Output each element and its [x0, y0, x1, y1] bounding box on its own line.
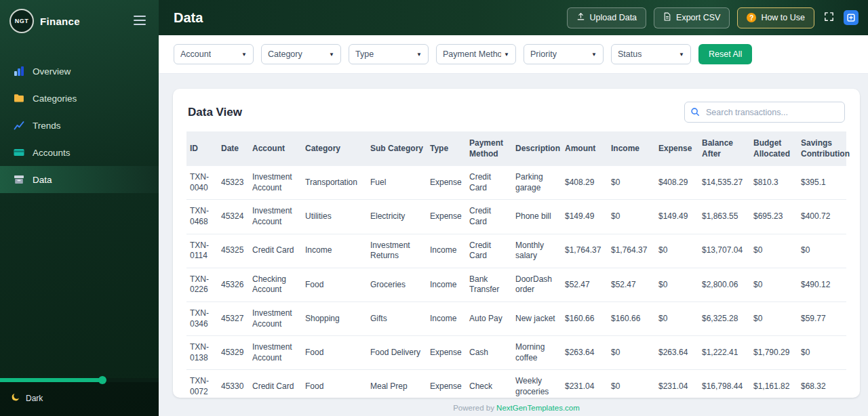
- menu-toggle-button[interactable]: [130, 12, 149, 30]
- export-csv-label: Export CSV: [676, 13, 720, 22]
- table-cell: Expense: [427, 200, 466, 234]
- table-cell: $52.47: [561, 268, 608, 301]
- table-row[interactable]: TXN-011445325Credit CardIncomeInvestment…: [186, 234, 846, 268]
- table-cell: Food: [302, 268, 367, 301]
- credit-card-icon: [14, 147, 24, 158]
- table-row[interactable]: TXN-013845329Investment AccountFoodFood …: [186, 336, 846, 370]
- search-icon: [690, 107, 700, 117]
- question-mark-icon: ?: [747, 13, 756, 22]
- filter-dropdown-label: Account: [180, 49, 211, 59]
- sidebar-item-label: Data: [33, 175, 52, 185]
- reset-all-button[interactable]: Reset All: [698, 44, 752, 64]
- table-row[interactable]: TXN-007245330Credit CardFoodMeal PrepExp…: [186, 370, 846, 398]
- sidebar-item-label: Trends: [33, 121, 61, 131]
- sidebar-item-label: Categories: [33, 93, 77, 104]
- card-header: Data View: [186, 89, 846, 131]
- hamburger-icon: [133, 15, 146, 28]
- sidebar: NGT Finance Overview Categories: [0, 0, 159, 416]
- footer-link[interactable]: NextGenTemplates.com: [496, 404, 580, 412]
- table-cell: Investment Account: [249, 336, 302, 370]
- filter-dropdown-status[interactable]: Status▼: [611, 44, 691, 64]
- sidebar-progress-fill: [0, 378, 102, 382]
- table-cell: TXN-0226: [186, 268, 218, 301]
- table-row[interactable]: TXN-034645327Investment AccountShoppingG…: [186, 301, 846, 335]
- table-cell: $52.47: [608, 268, 655, 301]
- theme-toggle-button[interactable]: Dark: [0, 382, 159, 416]
- column-header: Category: [302, 131, 367, 166]
- header-actions: Upload Data Export CSV ? How to Use: [567, 7, 859, 28]
- filter-dropdown-priority[interactable]: Priority▼: [524, 44, 604, 64]
- table-cell: Check: [466, 370, 512, 398]
- table-cell: $1,222.41: [698, 336, 750, 370]
- theme-toggle-label: Dark: [26, 394, 43, 403]
- sidebar-item-data[interactable]: Data: [0, 166, 159, 193]
- column-header: Description: [512, 131, 561, 166]
- table-cell: Income: [427, 268, 466, 301]
- sidebar-item-categories[interactable]: Categories: [0, 85, 159, 112]
- table-row[interactable]: TXN-022645326Checking AccountFoodGroceri…: [186, 268, 846, 301]
- filter-dropdown-account[interactable]: Account▼: [174, 44, 254, 64]
- sidebar-nav: Overview Categories Trends Accounts: [0, 58, 159, 193]
- table-row[interactable]: TXN-004045323Investment AccountTransport…: [186, 166, 846, 200]
- table-cell: Gifts: [367, 301, 427, 335]
- brand-name: Finance: [40, 16, 80, 27]
- table-cell: Auto Pay: [466, 301, 512, 335]
- how-to-use-label: How to Use: [761, 13, 805, 22]
- column-header: Balance After: [698, 131, 750, 166]
- column-header: Budget Allocated: [750, 131, 797, 166]
- sidebar-item-label: Accounts: [33, 148, 71, 158]
- table-cell: $231.04: [561, 370, 608, 398]
- table-cell: Income: [427, 234, 466, 268]
- table-cell: 45329: [218, 336, 249, 370]
- table-cell: Investment Account: [249, 301, 302, 335]
- extension-icon[interactable]: [844, 10, 859, 25]
- search-input[interactable]: [684, 102, 845, 123]
- table-cell: Weekly groceries: [512, 370, 561, 398]
- fullscreen-icon: [823, 11, 835, 24]
- upload-data-button[interactable]: Upload Data: [567, 7, 647, 28]
- table-cell: Credit Card: [249, 370, 302, 398]
- footer-text: Powered by: [453, 404, 494, 412]
- filter-dropdown-payment-method[interactable]: Payment Method▼: [436, 44, 516, 64]
- table-cell: $400.72: [797, 200, 846, 234]
- card-title: Data View: [188, 106, 242, 119]
- sidebar-item-trends[interactable]: Trends: [0, 112, 159, 139]
- table-cell: 45325: [218, 234, 249, 268]
- table-cell: $408.29: [655, 166, 698, 200]
- table-cell: $1,790.29: [750, 336, 797, 370]
- table-cell: $0: [608, 370, 655, 398]
- table-cell: $810.3: [750, 166, 797, 200]
- sidebar-item-label: Overview: [33, 66, 71, 77]
- chevron-down-icon: ▼: [679, 51, 684, 58]
- bar-chart-icon: [14, 66, 24, 77]
- table-cell: Meal Prep: [367, 370, 427, 398]
- chevron-down-icon: ▼: [241, 51, 247, 58]
- column-header: Sub Category: [367, 131, 427, 166]
- table-cell: Monthly salary: [512, 234, 561, 268]
- filter-dropdown-category[interactable]: Category▼: [261, 44, 341, 64]
- export-csv-button[interactable]: Export CSV: [654, 7, 730, 28]
- filter-dropdown-label: Category: [268, 49, 302, 59]
- sidebar-item-accounts[interactable]: Accounts: [0, 139, 159, 166]
- column-header: Expense: [655, 131, 698, 166]
- table-cell: $0: [608, 166, 655, 200]
- table-cell: 45327: [218, 301, 249, 335]
- table-cell: TXN-0040: [186, 166, 218, 200]
- sidebar-item-overview[interactable]: Overview: [0, 58, 159, 85]
- filter-dropdown-type[interactable]: Type▼: [349, 44, 429, 64]
- table-cell: Checking Account: [249, 268, 302, 301]
- table-row[interactable]: TXN-046845324Investment AccountUtilities…: [186, 200, 846, 234]
- fullscreen-button[interactable]: [822, 9, 836, 26]
- table-cell: $149.49: [655, 200, 698, 234]
- table-cell: $1,863.55: [698, 200, 750, 234]
- table-cell: $263.64: [561, 336, 608, 370]
- filter-dropdowns: Account▼Category▼Type▼Payment Method▼Pri…: [174, 44, 691, 64]
- table-cell: TXN-0346: [186, 301, 218, 335]
- table-cell: $0: [655, 234, 698, 268]
- table-cell: Food: [302, 370, 367, 398]
- table-scroll-area[interactable]: IDDateAccountCategorySub CategoryTypePay…: [186, 131, 846, 398]
- table-cell: Expense: [427, 166, 466, 200]
- table-cell: Credit Card: [249, 234, 302, 268]
- main-area: Data Upload Data Export CSV ? How to U: [159, 0, 868, 416]
- how-to-use-button[interactable]: ? How to Use: [737, 7, 814, 28]
